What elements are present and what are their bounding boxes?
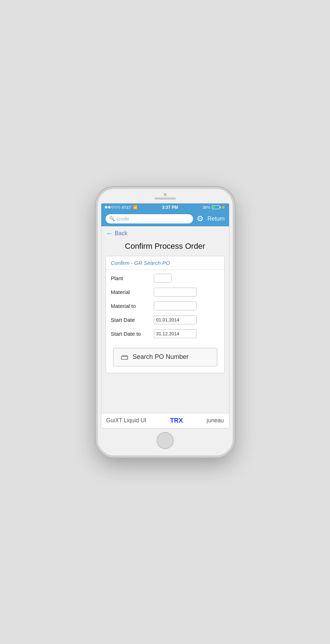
plant-label: Plant [111, 275, 150, 281]
form-card: Confirm - GR Search PO Plant Material [106, 256, 225, 373]
back-button[interactable]: ← Back [101, 226, 229, 239]
material-label: Material [111, 289, 150, 295]
material-row: Material [106, 285, 224, 299]
footer-guixt: GuiXT Liquid UI [106, 417, 147, 424]
nav-bar: 🔍 tcode ⚙ Return [101, 211, 229, 226]
battery-body [212, 205, 220, 209]
speaker-grille [154, 197, 176, 200]
back-arrow-icon: ← [106, 230, 113, 237]
footer-juneau: juneau [207, 417, 224, 424]
start-date-to-input[interactable] [154, 329, 197, 338]
tcode-search-box[interactable]: 🔍 tcode [106, 214, 193, 223]
content-spacer [101, 373, 229, 413]
status-left: AT&T 📶 [105, 205, 138, 210]
search-po-label: Search PO Number [133, 353, 189, 361]
phone-screen: AT&T 📶 3:37 PM 38% ⚡ 🔍 tcode ⚙ Retur [101, 203, 229, 428]
back-label: Back [115, 230, 128, 237]
search-po-wrapper: 🗃 Search PO Number [106, 342, 224, 373]
tcode-placeholder: tcode [117, 216, 129, 222]
material-to-row: Material to [106, 299, 224, 313]
footer-trx: TRX [170, 417, 183, 424]
battery-pct-label: 38% [202, 205, 210, 210]
form-rows: Plant Material Material to [106, 270, 224, 342]
plant-input[interactable] [154, 274, 172, 283]
signal-dot-5 [118, 206, 120, 208]
signal-dot-1 [105, 206, 107, 208]
start-date-to-row: Start Date to [106, 327, 224, 341]
plant-row: Plant [106, 271, 224, 285]
status-bar: AT&T 📶 3:37 PM 38% ⚡ [101, 203, 229, 211]
status-time: 3:37 PM [162, 205, 178, 210]
carrier-label: AT&T [122, 205, 131, 210]
camera-dot [164, 193, 167, 196]
phone-shell: AT&T 📶 3:37 PM 38% ⚡ 🔍 tcode ⚙ Retur [96, 187, 235, 458]
start-date-row: Start Date [106, 313, 224, 327]
wifi-icon: 📶 [133, 205, 138, 210]
status-right: 38% ⚡ [202, 205, 225, 210]
search-icon: 🔍 [109, 216, 115, 221]
search-po-icon: 🗃 [121, 352, 128, 362]
footer-bar: GuiXT Liquid UI TRX juneau [101, 413, 229, 428]
start-date-label: Start Date [111, 317, 150, 323]
material-input[interactable] [154, 288, 197, 297]
charging-bolt-icon: ⚡ [221, 205, 225, 209]
start-date-input[interactable] [154, 315, 197, 324]
search-po-button[interactable]: 🗃 Search PO Number [113, 348, 217, 366]
signal-dot-4 [115, 206, 117, 208]
page-title: Confirm Process Order [101, 239, 229, 256]
settings-gear-button[interactable]: ⚙ [197, 214, 204, 223]
battery-fill [213, 206, 215, 208]
start-date-to-label: Start Date to [111, 331, 150, 337]
content-area: ← Back Confirm Process Order Confirm - G… [101, 226, 229, 428]
return-button[interactable]: Return [207, 216, 224, 222]
home-button[interactable] [157, 432, 174, 449]
signal-dot-3 [111, 206, 114, 208]
material-to-input[interactable] [154, 302, 197, 310]
battery-icon [212, 205, 220, 209]
material-to-label: Material to [111, 303, 150, 309]
signal-dot-2 [108, 206, 111, 208]
form-section-title: Confirm - GR Search PO [106, 256, 224, 270]
signal-bars [105, 206, 120, 208]
